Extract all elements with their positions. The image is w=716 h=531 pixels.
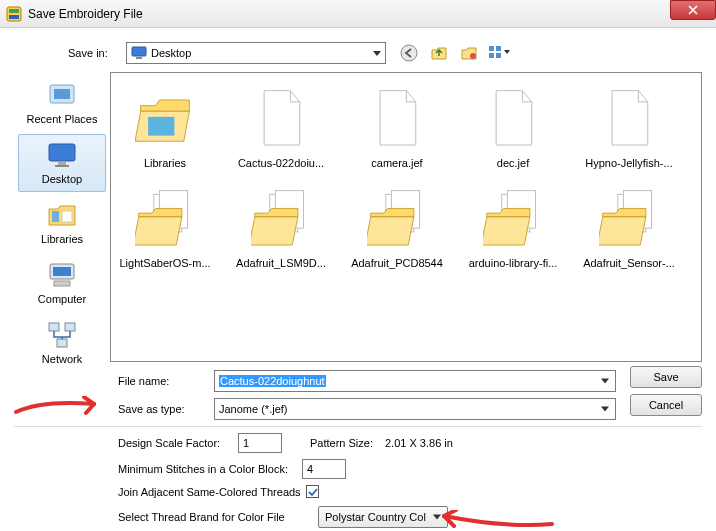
file-item[interactable]: Adafruit_Sensor-...	[583, 183, 675, 269]
pattern-size-value: 2.01 X 3.86 in	[385, 437, 453, 449]
chevron-down-icon	[601, 407, 609, 412]
place-libraries[interactable]: Libraries	[18, 194, 106, 252]
svg-rect-23	[57, 339, 67, 347]
file-item[interactable]: Adafruit_LSM9D...	[235, 183, 327, 269]
file-label: LightSaberOS-m...	[119, 257, 211, 269]
save-button[interactable]: Save	[630, 366, 702, 388]
file-label: Adafruit_Sensor-...	[583, 257, 675, 269]
file-list-pane[interactable]: LibrariesCactus-022doiu...camera.jefdec.…	[110, 72, 702, 362]
file-label: Hypno-Jellyfish-...	[583, 157, 675, 169]
file-label: Cactus-022doiu...	[235, 157, 327, 169]
thread-brand-dropdown[interactable]: Polystar Country Col	[318, 506, 448, 528]
file-label: Adafruit_LSM9D...	[235, 257, 327, 269]
computer-icon	[46, 259, 78, 291]
close-button[interactable]	[670, 0, 716, 20]
min-stitches-label: Minimum Stitches in a Color Block:	[118, 463, 302, 475]
file-item[interactable]: dec.jef	[467, 83, 559, 169]
document-icon	[483, 83, 543, 153]
svg-point-5	[401, 45, 417, 61]
close-icon	[688, 5, 698, 15]
file-item[interactable]: Adafruit_PCD8544	[351, 183, 443, 269]
svg-rect-8	[496, 46, 501, 51]
nav-up-button[interactable]	[428, 42, 450, 64]
chevron-down-icon	[601, 379, 609, 384]
save-in-row: Save in: Desktop	[68, 42, 702, 64]
file-item[interactable]: Cactus-022doiu...	[235, 83, 327, 169]
thread-brand-label: Select Thread Brand for Color File	[118, 511, 318, 523]
file-item[interactable]: arduino-library-fi...	[467, 183, 559, 269]
filename-input[interactable]: Cactus-022doiughnut	[214, 370, 616, 392]
save-in-dropdown[interactable]: Desktop	[126, 42, 386, 64]
save-as-type-label: Save as type:	[118, 403, 214, 415]
join-threads-checkbox[interactable]	[306, 485, 319, 498]
document-icon	[251, 83, 311, 153]
file-label: camera.jef	[351, 157, 443, 169]
back-icon	[400, 44, 418, 62]
folder-icon	[367, 183, 427, 253]
view-menu-button[interactable]	[488, 42, 510, 64]
file-label: dec.jef	[467, 157, 559, 169]
folder-icon	[483, 183, 543, 253]
places-bar: Recent Places Desktop Libraries Computer…	[14, 72, 110, 362]
scale-factor-label: Design Scale Factor:	[118, 437, 238, 449]
svg-rect-22	[65, 323, 75, 331]
scale-factor-input[interactable]: 1	[238, 433, 282, 453]
min-stitches-input[interactable]: 4	[302, 459, 346, 479]
svg-rect-17	[62, 211, 72, 222]
svg-point-6	[470, 53, 476, 59]
place-recent[interactable]: Recent Places	[18, 74, 106, 132]
svg-rect-19	[53, 267, 71, 276]
document-icon	[599, 83, 659, 153]
file-item[interactable]: Hypno-Jellyfish-...	[583, 83, 675, 169]
libraries-icon	[46, 199, 78, 231]
join-threads-label: Join Adjacent Same-Colored Threads	[118, 486, 302, 498]
app-icon	[6, 6, 22, 22]
svg-rect-21	[49, 323, 59, 331]
svg-rect-13	[49, 144, 75, 161]
place-network[interactable]: Network	[18, 314, 106, 372]
svg-rect-10	[496, 53, 501, 58]
svg-rect-2	[9, 15, 19, 19]
svg-rect-12	[54, 89, 70, 99]
pattern-size-label: Pattern Size:	[310, 437, 373, 449]
place-computer[interactable]: Computer	[18, 254, 106, 312]
svg-rect-24	[148, 117, 174, 136]
place-desktop[interactable]: Desktop	[18, 134, 106, 192]
network-icon	[46, 319, 78, 351]
recent-places-icon	[46, 79, 78, 111]
folder-icon	[251, 183, 311, 253]
save-in-label: Save in:	[68, 47, 126, 59]
svg-rect-14	[58, 162, 66, 165]
folder-icon	[599, 183, 659, 253]
svg-rect-1	[9, 9, 19, 13]
filename-label: File name:	[118, 375, 214, 387]
desktop-icon	[46, 139, 78, 171]
divider	[14, 426, 702, 427]
check-icon	[308, 487, 318, 497]
svg-rect-15	[55, 165, 69, 167]
file-label: Libraries	[119, 157, 211, 169]
svg-rect-7	[489, 46, 494, 51]
chevron-down-icon	[433, 515, 441, 520]
folder-new-icon	[460, 44, 478, 62]
file-label: arduino-library-fi...	[467, 257, 559, 269]
chevron-down-icon	[373, 47, 381, 59]
titlebar: Save Embroidery File	[0, 0, 716, 28]
view-icon	[488, 44, 510, 62]
file-item[interactable]: Libraries	[119, 83, 211, 169]
desktop-icon	[131, 45, 147, 61]
file-item[interactable]: camera.jef	[351, 83, 443, 169]
save-as-type-dropdown[interactable]: Janome (*.jef)	[214, 398, 616, 420]
window-title: Save Embroidery File	[28, 7, 143, 21]
folder-icon	[135, 83, 195, 153]
folder-icon	[135, 183, 195, 253]
nav-back-button[interactable]	[398, 42, 420, 64]
save-in-value: Desktop	[151, 47, 191, 59]
svg-rect-4	[136, 57, 142, 59]
cancel-button[interactable]: Cancel	[630, 394, 702, 416]
svg-rect-9	[489, 53, 494, 58]
new-folder-button[interactable]	[458, 42, 480, 64]
svg-rect-20	[54, 281, 70, 286]
document-icon	[367, 83, 427, 153]
file-item[interactable]: LightSaberOS-m...	[119, 183, 211, 269]
